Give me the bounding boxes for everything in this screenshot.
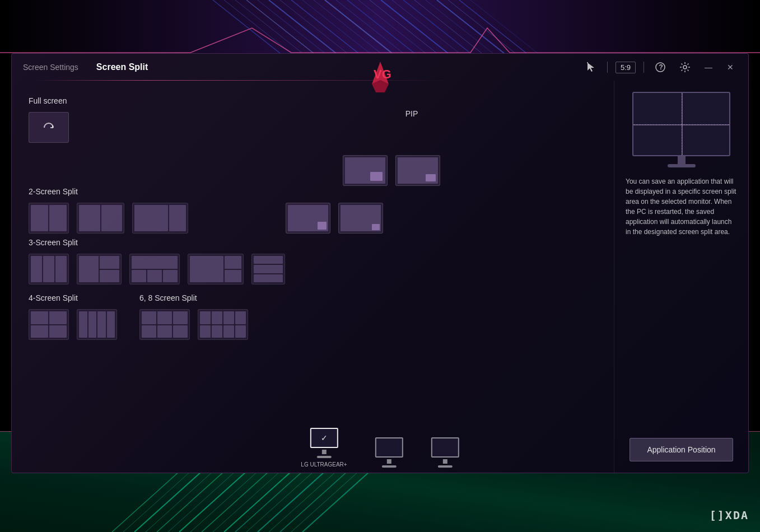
close-button[interactable]: ✕: [724, 60, 737, 74]
svg-line-8: [291, 0, 358, 53]
cell: [43, 256, 54, 282]
svg-line-19: [414, 0, 482, 53]
two-screen-option-3[interactable]: [132, 203, 188, 234]
ratio-badge[interactable]: 5:9: [616, 62, 636, 73]
cell: [212, 311, 222, 324]
svg-text:?: ?: [659, 63, 663, 71]
monitor-label: LG ULTRAGEAR+: [301, 461, 347, 468]
full-screen-row: [29, 112, 597, 143]
left-panel: Full screen placeholder PIP: [12, 81, 614, 473]
six-eight-section: 6, 8 Screen Split: [139, 289, 248, 344]
cell: [132, 270, 146, 283]
monitor-icon-3[interactable]: [431, 437, 459, 468]
monitor-neck-2: [387, 459, 391, 464]
cell: [169, 205, 186, 231]
pip-option-3[interactable]: [286, 203, 330, 234]
two-screen-option-2[interactable]: [77, 203, 124, 234]
cell: [31, 205, 48, 231]
pip-options-row: [343, 155, 440, 186]
cell: [235, 325, 246, 338]
pip-option-2[interactable]: [395, 155, 440, 186]
pip-small-2: [426, 174, 436, 181]
cursor-icon[interactable]: [582, 59, 599, 76]
monitor-base: [317, 456, 332, 458]
svg-line-5: [258, 0, 325, 53]
cell: [79, 205, 100, 231]
cell: [79, 311, 87, 338]
cell: [173, 325, 188, 338]
cell: [55, 256, 67, 282]
eight-split-opt[interactable]: [198, 309, 248, 340]
monitor-screen-3: [431, 437, 459, 458]
pip-option-1[interactable]: [343, 155, 388, 186]
help-icon[interactable]: ?: [652, 59, 669, 76]
four-screen-opt-2[interactable]: [77, 309, 117, 340]
four-screen-label: 4-Screen Split: [29, 293, 117, 302]
monitor-base-3: [438, 465, 453, 468]
pip-option-4[interactable]: [338, 203, 383, 234]
minimize-button[interactable]: —: [701, 60, 716, 74]
cell: [132, 256, 178, 269]
cell: [223, 311, 234, 324]
svg-point-47: [587, 62, 588, 63]
monitor-base-2: [382, 465, 397, 468]
six-split-opt[interactable]: [139, 309, 190, 340]
cell: [100, 256, 119, 269]
svg-line-17: [392, 0, 459, 53]
svg-text:VG: VG: [374, 67, 391, 81]
cell: [225, 256, 241, 269]
settings-icon[interactable]: [677, 59, 693, 76]
top-decoration: [0, 0, 760, 53]
six-eight-row: [139, 309, 248, 340]
three-screen-opt-1[interactable]: [29, 254, 69, 284]
svg-line-4: [246, 0, 314, 53]
header-controls: 5:9 ? — ✕: [582, 59, 737, 76]
pip-small-3: [318, 222, 327, 230]
pip-small-4: [372, 224, 380, 230]
header-separator-2: [644, 62, 644, 73]
monitor-neck: [322, 450, 327, 454]
svg-line-18: [403, 0, 470, 53]
monitor-neck-3: [443, 459, 447, 464]
xda-watermark: []XDA: [710, 508, 749, 522]
three-screen-opt-2[interactable]: [77, 254, 122, 284]
two-screen-option-1[interactable]: [29, 203, 69, 234]
cell: [235, 311, 246, 324]
full-screen-option[interactable]: [29, 112, 69, 143]
logo-area: VG: [324, 53, 436, 104]
three-screen-opt-3[interactable]: [129, 254, 180, 284]
svg-line-10: [314, 0, 381, 53]
cell: [31, 256, 42, 282]
svg-line-12: [336, 0, 403, 53]
monitor-screen-2: [375, 437, 403, 458]
svg-point-50: [683, 66, 687, 69]
cell: [200, 325, 211, 338]
two-screen-row: [29, 203, 597, 234]
screen-settings-nav[interactable]: Screen Settings: [23, 60, 87, 74]
cell: [212, 325, 222, 338]
svg-line-22: [448, 0, 515, 53]
three-screen-label: 3-Screen Split: [29, 238, 597, 247]
three-screen-opt-5[interactable]: [251, 254, 285, 284]
application-position-button[interactable]: Application Position: [630, 438, 733, 461]
four-screen-opt-1[interactable]: [29, 309, 69, 340]
full-screen-label: Full screen: [29, 96, 597, 105]
three-screen-row: [29, 254, 597, 284]
monitor-stand-base: [668, 164, 696, 167]
svg-line-1: [213, 0, 280, 53]
screen-split-title[interactable]: Screen Split: [87, 60, 157, 74]
cell: [223, 325, 234, 338]
cell: [157, 311, 172, 324]
svg-line-11: [325, 0, 392, 53]
main-content: Full screen placeholder PIP: [12, 81, 748, 473]
nav-left: Screen Settings Screen Split: [23, 60, 157, 74]
three-screen-opt-4[interactable]: [188, 254, 244, 284]
cell: [31, 311, 48, 324]
monitor-icon-active[interactable]: ✓ LG ULTRAGEAR+: [301, 428, 347, 468]
bottom-monitors: ✓ LG ULTRAGEAR+: [301, 428, 459, 468]
monitor-icon-2[interactable]: [375, 437, 403, 468]
cell: [147, 270, 162, 283]
monitor-preview: [628, 92, 735, 167]
svg-line-2: [224, 0, 291, 53]
six-eight-label: 6, 8 Screen Split: [139, 293, 248, 302]
